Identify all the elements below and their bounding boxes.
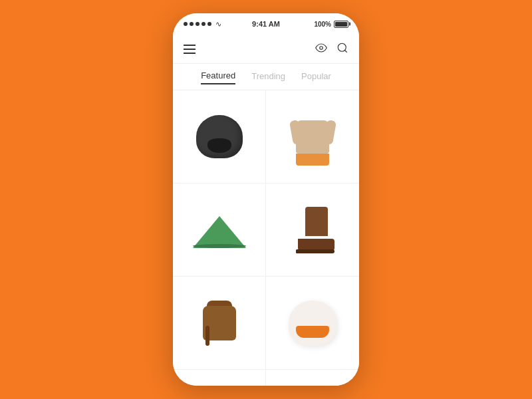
signal-dot: [190, 22, 194, 26]
eye-button[interactable]: [315, 42, 327, 57]
boot-sole: [296, 249, 334, 253]
svg-point-1: [338, 43, 346, 51]
jacket-shape: [291, 114, 334, 160]
top-nav: [173, 35, 359, 64]
product-cell-boot[interactable]: [266, 184, 359, 277]
signal-dot: [201, 22, 205, 26]
tent-shadow: [193, 244, 246, 248]
eye-icon: [315, 42, 327, 54]
boot-shape: [291, 207, 334, 253]
backpack-shape: [200, 301, 239, 346]
hamburger-line: [184, 45, 196, 46]
product-grid: [173, 90, 359, 386]
svg-line-2: [344, 50, 346, 52]
backpack-strap: [205, 326, 209, 346]
tab-featured[interactable]: Featured: [201, 70, 235, 84]
tabs-bar: Featured Trending Popular: [173, 64, 359, 90]
hamburger-line: [184, 49, 196, 50]
menu-button[interactable]: [184, 45, 196, 54]
jacket-bottom: [296, 154, 329, 166]
boot-shaft: [305, 207, 328, 236]
product-image-jacket: [286, 110, 339, 164]
signal-dot: [207, 22, 211, 26]
search-icon: [336, 42, 348, 54]
signal-area: ∿: [184, 20, 221, 29]
hamburger-line: [184, 53, 196, 54]
product-cell-knife[interactable]: [173, 370, 266, 386]
product-cell-tent[interactable]: [173, 184, 266, 277]
status-time: 9:41 AM: [252, 20, 280, 28]
product-cell-helmet-black[interactable]: [173, 90, 266, 184]
helmet-visor: [296, 326, 329, 338]
tab-trending[interactable]: Trending: [251, 71, 285, 84]
tent-shape: [193, 211, 246, 248]
product-image-helmet-black: [193, 110, 246, 164]
battery-fill: [335, 22, 347, 27]
phone-frame: ∿ 9:41 AM 100%: [173, 13, 359, 386]
product-image-boot: [286, 203, 339, 257]
product-image-tent: [193, 203, 246, 257]
search-button[interactable]: [336, 42, 348, 57]
wifi-icon: ∿: [215, 20, 221, 29]
svg-point-0: [320, 46, 323, 49]
nav-icons: [315, 42, 348, 57]
tab-popular[interactable]: Popular: [301, 71, 331, 84]
product-cell-jacket[interactable]: [266, 90, 359, 184]
jacket-body: [296, 120, 329, 154]
product-cell-backpack[interactable]: [173, 277, 266, 370]
tent-body: [193, 216, 246, 248]
signal-dot: [196, 22, 200, 26]
battery-area: 100%: [314, 21, 348, 28]
signal-dot: [184, 22, 188, 26]
status-bar: ∿ 9:41 AM 100%: [173, 13, 359, 35]
battery-percent: 100%: [314, 21, 331, 28]
battery-icon: [334, 21, 348, 28]
product-cell-bag[interactable]: [266, 370, 359, 386]
helmet-black-shape: [196, 115, 243, 158]
product-image-helmet-white: [286, 297, 339, 350]
product-cell-helmet-white[interactable]: [266, 277, 359, 370]
product-image-backpack: [193, 297, 246, 350]
helmet-white-shape: [289, 301, 336, 346]
